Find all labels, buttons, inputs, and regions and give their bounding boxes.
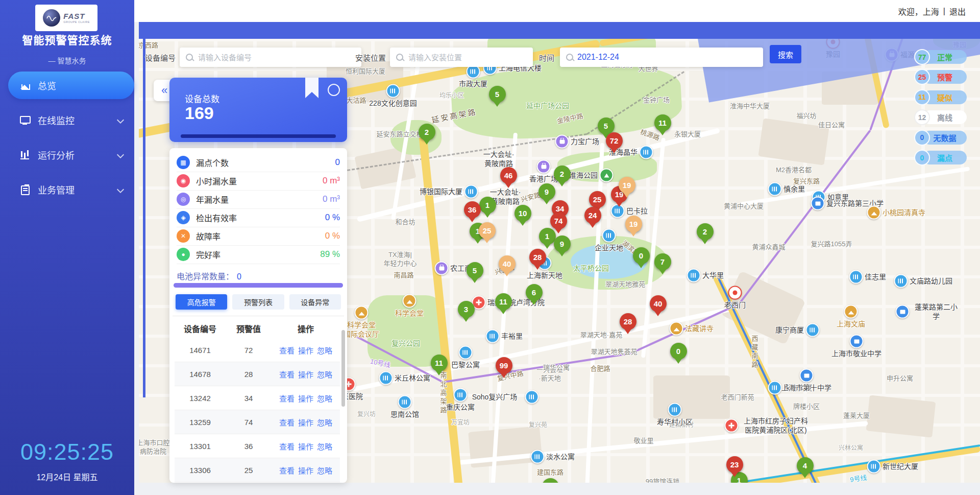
building-icon[interactable] [525,390,539,404]
logout-button[interactable]: 退出 [949,5,966,17]
building-icon[interactable] [386,84,400,98]
sidebar-item-2[interactable]: 运行分析 [0,141,134,169]
building-icon[interactable] [806,323,820,337]
action-link[interactable]: 查看 [279,345,295,356]
map-marker[interactable]: 0 [670,343,687,360]
action-link[interactable]: 忽略 [317,393,332,404]
map-marker[interactable]: 72 [606,132,623,149]
date-inputbox[interactable]: 2021-12-24 [560,48,763,67]
building-icon[interactable] [459,346,473,360]
map-marker[interactable]: 6 [526,284,543,301]
map-marker[interactable]: 46 [500,167,517,184]
map-marker[interactable]: 25 [589,191,606,208]
building-icon[interactable] [454,388,468,402]
shopping-icon[interactable] [555,135,569,149]
map-marker[interactable]: 1 [539,228,556,245]
map-marker[interactable]: 74 [550,213,567,229]
tab-0[interactable]: 高危报警 [176,294,227,310]
building-icon[interactable] [379,371,393,385]
tab-2[interactable]: 设备异常 [289,294,341,310]
map-marker[interactable]: 36 [464,201,481,218]
action-link[interactable]: 查看 [279,441,295,452]
school-icon[interactable] [850,335,864,348]
tab-1[interactable]: 预警列表 [232,294,284,310]
location-input[interactable] [407,53,527,62]
temple-icon[interactable] [844,305,858,319]
map-marker[interactable]: 5 [489,86,506,103]
map-marker[interactable]: 2 [697,223,714,240]
search-button[interactable]: 搜索 [770,45,801,63]
map-marker[interactable]: 28 [529,249,546,266]
sidebar-item-label: 运行分析 [38,148,75,161]
building-icon[interactable] [768,182,782,196]
device-id-input[interactable] [197,53,355,62]
action-link[interactable]: 操作 [298,345,313,356]
action-link[interactable]: 查看 [279,465,295,476]
action-link[interactable]: 操作 [298,465,313,476]
map-marker[interactable]: 9 [538,183,555,200]
map-marker[interactable]: 3 [458,301,475,318]
building-icon[interactable] [398,395,412,409]
action-link[interactable]: 忽略 [317,345,332,356]
temple-icon[interactable] [403,294,416,308]
map-marker[interactable]: 40 [650,295,667,312]
building-icon[interactable] [768,381,782,395]
building-icon[interactable] [668,403,682,417]
action-link[interactable]: 操作 [298,369,313,380]
action-link[interactable]: 查看 [279,393,295,404]
temple-icon[interactable] [670,322,683,336]
building-icon[interactable] [867,460,881,474]
action-link[interactable]: 操作 [298,393,313,404]
school-icon[interactable] [800,369,814,383]
school-icon[interactable] [896,305,910,319]
map-marker[interactable]: 28 [620,313,636,330]
sidebar-item-3[interactable]: 业务管理 [0,176,134,203]
map-marker[interactable]: 0 [633,247,650,264]
map-marker[interactable]: 1 [479,197,496,214]
building-icon[interactable] [486,329,500,343]
map-marker[interactable]: 24 [584,207,601,224]
sidebar-item-0[interactable]: 总览 [8,72,134,99]
temple-icon[interactable] [867,206,881,220]
metro-station-icon[interactable] [728,286,742,300]
map-marker[interactable]: 7 [654,253,671,270]
building-icon[interactable] [687,269,701,282]
building-icon[interactable] [531,450,545,464]
action-link[interactable]: 操作 [298,441,313,452]
map-marker[interactable]: 5 [598,117,615,134]
map-marker[interactable]: 2 [554,166,571,182]
action-link[interactable]: 查看 [279,369,295,380]
action-link[interactable]: 忽略 [317,465,332,476]
map-marker[interactable]: 11 [431,355,448,371]
table-scrollbar[interactable] [341,330,345,407]
sidebar-item-1[interactable]: 在线监控 [0,106,134,134]
map-marker[interactable]: 99 [496,357,512,374]
map-marker[interactable]: 2 [419,124,435,140]
action-link[interactable]: 查看 [279,417,295,428]
map-marker[interactable]: 5 [467,262,483,279]
map-marker[interactable]: 11 [654,114,671,131]
shopping-icon[interactable] [435,262,449,275]
action-link[interactable]: 操作 [298,417,313,428]
temple-icon[interactable] [355,306,369,320]
action-link[interactable]: 忽略 [317,369,332,380]
hospital-icon[interactable] [725,419,739,433]
action-link[interactable]: 忽略 [317,417,332,428]
map-marker[interactable]: 19 [625,216,642,232]
map-marker[interactable]: 10 [514,205,531,222]
action-link[interactable]: 忽略 [317,441,332,452]
map-marker[interactable]: 11 [495,293,512,310]
building-icon[interactable] [464,185,478,199]
building-icon[interactable] [640,146,653,159]
map-marker[interactable]: 19 [619,177,635,194]
building-icon[interactable] [894,274,908,288]
building-icon[interactable] [602,229,616,243]
map-marker[interactable]: 4 [797,457,814,474]
building-icon[interactable] [849,270,863,284]
school-icon[interactable] [811,197,825,210]
map-marker[interactable]: 40 [499,255,516,272]
map-marker[interactable]: 23 [726,456,743,473]
map-marker[interactable]: 25 [479,222,496,239]
shopping-icon[interactable] [537,160,551,174]
park-icon[interactable] [600,169,614,182]
